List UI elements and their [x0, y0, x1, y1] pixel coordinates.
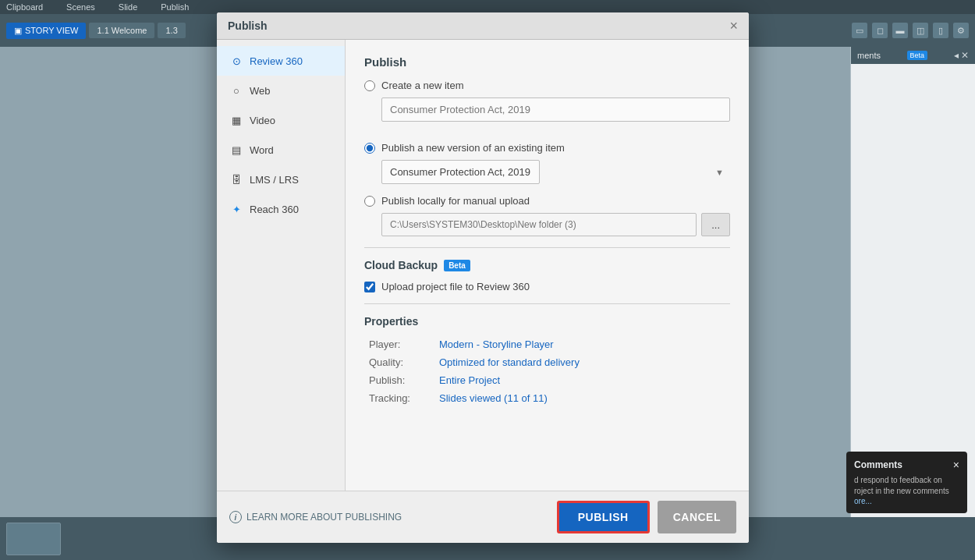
new-item-input-wrapper	[381, 97, 730, 133]
radio-create-new[interactable]	[364, 80, 375, 91]
divider-2	[364, 303, 730, 304]
info-icon: i	[229, 511, 242, 523]
comments-popup: Comments × d respond to feedback on roje…	[846, 452, 967, 513]
filepath-input[interactable]	[381, 213, 697, 236]
modal-body: ⊙ Review 360 ○ Web ▦ Video ▤ Word 🗄 LMS …	[217, 40, 749, 491]
prop-value-quality[interactable]: Optimized for standard delivery	[434, 353, 730, 371]
sidebar-item-web[interactable]: ○ Web	[217, 76, 345, 105]
modal-close-button[interactable]: ×	[729, 19, 738, 33]
sidebar-item-word-label: Word	[250, 144, 274, 156]
divider-1	[364, 247, 730, 248]
existing-select-wrapper: Consumer Protection Act, 2019 ▼	[381, 160, 730, 184]
reach360-icon: ✦	[229, 202, 243, 216]
radio-existing-label[interactable]: Publish a new version of an existing ite…	[364, 142, 730, 154]
modal-title: Publish	[228, 19, 268, 32]
slide-tab-1[interactable]: 1.1 Welcome	[89, 23, 154, 38]
sidebar-item-word[interactable]: ▤ Word	[217, 135, 345, 165]
browse-button[interactable]: ...	[701, 213, 730, 236]
sidebar-item-lms-label: LMS / LRS	[250, 174, 299, 186]
sidebar-item-video[interactable]: ▦ Video	[217, 105, 345, 135]
filepath-row: ...	[381, 213, 730, 236]
web-icon: ○	[229, 83, 243, 97]
window-icon[interactable]: ◻	[872, 23, 888, 38]
radio-existing[interactable]	[364, 143, 375, 154]
learn-more-link[interactable]: i LEARN MORE ABOUT PUBLISHING	[229, 511, 402, 523]
panel-controls: ◂ ✕	[954, 50, 969, 61]
prop-key-player: Player:	[364, 335, 434, 353]
modal-footer: i LEARN MORE ABOUT PUBLISHING PUBLISH CA…	[217, 491, 749, 543]
review360-icon: ⊙	[229, 54, 243, 68]
slide-tab-2[interactable]: 1.3	[158, 23, 185, 38]
upload-checkbox-label: Upload project file to Review 360	[381, 281, 530, 292]
cloud-backup-label: Cloud Backup	[364, 259, 438, 271]
prop-value-player[interactable]: Modern - Storyline Player	[434, 335, 730, 353]
prop-value-tracking[interactable]: Slides viewed (11 of 11)	[434, 389, 730, 407]
filmstrip-thumb[interactable]	[6, 523, 61, 555]
upload-checkbox[interactable]	[364, 282, 375, 292]
beta-badge: Beta	[907, 51, 928, 60]
existing-item-select[interactable]: Consumer Protection Act, 2019	[381, 160, 540, 184]
sidebar-item-video-label: Video	[250, 115, 275, 126]
prop-row-player: Player: Modern - Storyline Player	[364, 335, 730, 353]
topbar-slide: Slide	[119, 2, 137, 12]
mobile-icon[interactable]: ▯	[933, 23, 948, 38]
prop-key-quality: Quality:	[364, 353, 434, 371]
learn-more-text: LEARN MORE ABOUT PUBLISHING	[246, 512, 402, 523]
modal-titlebar: Publish ×	[217, 12, 749, 40]
right-panel-header: ments Beta ◂ ✕	[851, 47, 975, 64]
monitor-icon[interactable]: ▭	[852, 23, 867, 38]
topbar-scenes: Scenes	[66, 2, 95, 12]
upload-checkbox-row[interactable]: Upload project file to Review 360	[364, 281, 730, 292]
right-panel-title: ments	[857, 51, 881, 60]
radio-local-label[interactable]: Publish locally for manual upload	[364, 195, 730, 207]
lms-icon: 🗄	[229, 172, 243, 186]
comments-more-link[interactable]: ore...	[854, 497, 959, 505]
radio-group-new: Create a new item	[364, 80, 730, 133]
cloud-backup-beta-tag: Beta	[444, 260, 470, 271]
select-arrow-icon: ▼	[715, 168, 724, 177]
prop-key-tracking: Tracking:	[364, 389, 434, 407]
publish-modal: Publish × ⊙ Review 360 ○ Web ▦ Video ▤ W…	[217, 12, 749, 543]
radio-group-local: Publish locally for manual upload ...	[364, 195, 730, 236]
properties-title: Properties	[364, 315, 730, 328]
radio-create-new-label[interactable]: Create a new item	[364, 80, 730, 91]
narrow-icon[interactable]: ◫	[913, 23, 928, 38]
sidebar-item-review360-label: Review 360	[250, 55, 303, 67]
prop-row-publish: Publish: Entire Project	[364, 371, 730, 389]
word-icon: ▤	[229, 143, 243, 157]
settings-icon[interactable]: ⚙	[953, 23, 969, 38]
story-view-button[interactable]: ▣ STORY VIEW	[6, 23, 86, 39]
topbar-clipboard: Clipboard	[6, 2, 43, 12]
topbar-publish: Publish	[161, 2, 189, 12]
cancel-button[interactable]: CANCEL	[658, 501, 736, 533]
toolbar-right: ▭ ◻ ▬ ◫ ▯ ⚙	[852, 23, 969, 38]
panel-icon[interactable]: ▬	[892, 23, 908, 38]
sidebar-item-review360[interactable]: ⊙ Review 360	[217, 46, 345, 76]
modal-sidebar: ⊙ Review 360 ○ Web ▦ Video ▤ Word 🗄 LMS …	[217, 40, 346, 491]
story-view-label: STORY VIEW	[25, 26, 78, 35]
sidebar-item-web-label: Web	[250, 85, 271, 97]
footer-actions: PUBLISH CANCEL	[557, 501, 736, 533]
publish-button[interactable]: PUBLISH	[557, 501, 650, 533]
radio-local-text: Publish locally for manual upload	[381, 195, 530, 207]
comments-close-button[interactable]: ×	[953, 459, 959, 470]
new-item-input[interactable]	[381, 97, 730, 122]
comments-body: d respond to feedback on roject in the n…	[854, 475, 959, 497]
radio-local[interactable]	[364, 196, 375, 207]
radio-create-new-text: Create a new item	[381, 80, 464, 91]
prop-key-publish: Publish:	[364, 371, 434, 389]
comments-title: Comments	[854, 459, 902, 470]
video-icon: ▦	[229, 113, 243, 127]
cloud-backup-row: Cloud Backup Beta	[364, 259, 730, 271]
prop-row-tracking: Tracking: Slides viewed (11 of 11)	[364, 389, 730, 407]
sidebar-item-reach360[interactable]: ✦ Reach 360	[217, 194, 345, 224]
existing-select-row: Consumer Protection Act, 2019 ▼	[381, 160, 730, 184]
sidebar-item-reach360-label: Reach 360	[250, 204, 299, 215]
sidebar-item-lms[interactable]: 🗄 LMS / LRS	[217, 165, 345, 194]
comments-header: Comments ×	[854, 459, 959, 470]
publish-section-title: Publish	[364, 55, 730, 69]
modal-main: Publish Create a new item Publish a new …	[346, 40, 749, 491]
prop-value-publish[interactable]: Entire Project	[434, 371, 730, 389]
properties-table: Player: Modern - Storyline Player Qualit…	[364, 335, 730, 407]
radio-group-existing: Publish a new version of an existing ite…	[364, 142, 730, 184]
